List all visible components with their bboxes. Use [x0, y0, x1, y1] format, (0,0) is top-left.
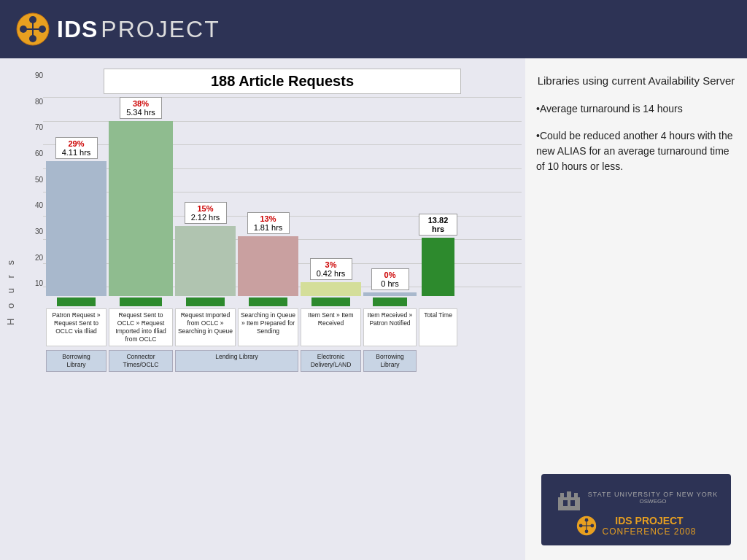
svg-rect-12: [570, 500, 575, 506]
cat-borrowing-library-1: BorrowingLibrary: [46, 350, 107, 372]
cat-electronic-delivery: ElectronicDelivery/LAND: [301, 350, 361, 372]
label-request-sent: Request Sent to OCLC » Request Imported …: [109, 308, 173, 346]
svg-rect-11: [563, 500, 568, 506]
chart-title: 188 Article Requests: [104, 69, 461, 94]
label-item-received: Item Received » Patron Notified: [363, 308, 417, 346]
hrs-searching: 1.81 hrs: [250, 223, 287, 232]
bar-request-sent: 38% 5.34 hrs: [109, 97, 173, 306]
bar-total-time: 13.82 hrs: [419, 214, 457, 306]
pct-imported: 15%: [187, 204, 224, 213]
pct-searching: 13%: [250, 214, 287, 223]
hrs-imported: 2.12 hrs: [187, 213, 224, 222]
svg-rect-7: [558, 497, 580, 510]
pct-patron: 29%: [58, 139, 95, 148]
hrs-received: 0 hrs: [374, 279, 406, 288]
label-item-sent: Item Sent » Item Received: [301, 308, 361, 346]
hrs-sent: 5.34 hrs: [123, 108, 159, 117]
ids-logo-small: [576, 515, 597, 537]
right-panel: Libraries using current Availability Ser…: [525, 58, 747, 560]
label-total-time: Total Time: [419, 308, 457, 346]
main-content: H o u r s 90 80 70 60 50 40 30 20 10: [0, 58, 747, 560]
y-tick-20: 20: [35, 254, 43, 262]
y-tick-80: 80: [35, 98, 43, 106]
pct-item-sent: 3%: [313, 260, 349, 269]
svg-rect-10: [574, 493, 578, 499]
bullet-2: •Could be reduced another 4 hours with t…: [536, 128, 736, 174]
cat-lending-library: Lending Library: [175, 350, 298, 372]
bar-searching-queue: 13% 1.81 hrs: [238, 212, 298, 306]
label-request-imported: Request Imported from OCLC » Searching i…: [175, 308, 236, 346]
label-searching-queue: Searching in Queue » Item Prepared for S…: [238, 308, 298, 346]
svg-rect-9: [567, 491, 571, 499]
label-patron-request: Patron Request » Request Sent to OCLC vi…: [46, 308, 107, 346]
y-tick-60: 60: [35, 149, 43, 158]
y-tick-70: 70: [35, 123, 43, 131]
bar-patron-request: 29% 4.11 hrs: [46, 137, 107, 306]
y-tick-90: 90: [35, 71, 43, 79]
right-title: Libraries using current Availability Ser…: [536, 73, 736, 88]
hrs-total: 13.82 hrs: [422, 216, 454, 233]
cat-connector: ConnectorTimes/OCLC: [109, 350, 173, 372]
pct-sent: 38%: [123, 99, 159, 108]
logo-ids: IDS: [57, 16, 98, 43]
bullet-1: •Average turnaround is 14 hours: [536, 101, 736, 117]
bar-request-imported: 15% 2.12 hrs: [175, 202, 236, 306]
header: IDS PROJECT: [0, 0, 747, 58]
y-tick-40: 40: [35, 201, 43, 209]
cat-borrowing-library-2: BorrowingLibrary: [363, 350, 417, 372]
pct-received: 0%: [374, 271, 406, 279]
logo-project: PROJECT: [101, 16, 220, 43]
hrs-item-sent: 0.42 hrs: [313, 269, 349, 278]
ids-logo-icon: [15, 11, 51, 47]
y-tick-30: 30: [35, 228, 43, 236]
bar-item-sent: 3% 0.42 hrs: [301, 258, 361, 306]
chart-area: H o u r s 90 80 70 60 50 40 30 20 10: [0, 58, 525, 560]
y-tick-50: 50: [35, 176, 43, 184]
oswego-icon: [554, 483, 584, 512]
y-axis-label: H o u r s: [5, 257, 16, 325]
oswego-logo: STATE UNIVERSITY OF NEW YORK OSWEGO: [536, 474, 736, 545]
bar-item-received: 0% 0 hrs: [363, 268, 417, 306]
svg-rect-8: [560, 493, 564, 499]
hrs-patron: 4.11 hrs: [58, 148, 95, 157]
y-tick-10: 10: [35, 279, 43, 287]
